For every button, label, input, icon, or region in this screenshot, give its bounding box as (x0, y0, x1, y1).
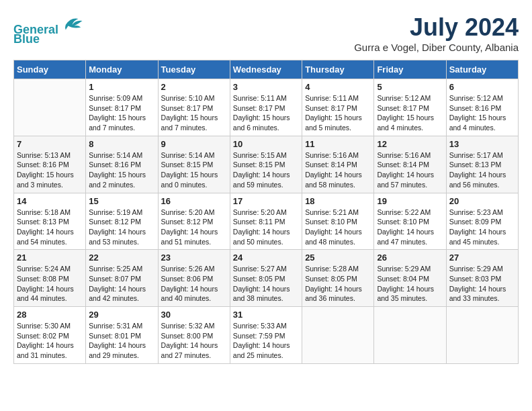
day-info: Sunrise: 5:23 AMSunset: 8:09 PMDaylight:… (449, 208, 515, 247)
day-info: Sunrise: 5:28 AMSunset: 8:05 PMDaylight:… (305, 264, 371, 304)
day-number: 13 (449, 139, 515, 149)
day-number: 22 (89, 253, 154, 263)
calendar-cell: 25Sunrise: 5:28 AMSunset: 8:05 PMDayligh… (302, 250, 374, 307)
day-number: 26 (377, 253, 443, 263)
calendar-cell: 18Sunrise: 5:21 AMSunset: 8:10 PMDayligh… (302, 193, 374, 250)
day-number: 17 (233, 196, 299, 206)
day-number: 15 (89, 196, 154, 206)
calendar-cell: 1Sunrise: 5:09 AMSunset: 8:17 PMDaylight… (86, 79, 158, 136)
calendar-cell: 17Sunrise: 5:20 AMSunset: 8:11 PMDayligh… (230, 193, 302, 250)
day-number: 9 (161, 139, 227, 149)
day-number: 2 (161, 82, 227, 92)
weekday-header-wednesday: Wednesday (230, 60, 302, 79)
week-row-1: 1Sunrise: 5:09 AMSunset: 8:17 PMDaylight… (14, 79, 519, 136)
calendar-cell: 14Sunrise: 5:18 AMSunset: 8:13 PMDayligh… (14, 193, 86, 250)
day-info: Sunrise: 5:29 AMSunset: 8:03 PMDaylight:… (449, 264, 515, 304)
day-number: 29 (89, 310, 154, 320)
day-number: 28 (17, 310, 83, 320)
weekday-header-saturday: Saturday (446, 60, 518, 79)
day-number: 25 (305, 253, 371, 263)
day-info: Sunrise: 5:14 AMSunset: 8:15 PMDaylight:… (161, 150, 227, 190)
calendar-cell (14, 79, 86, 136)
day-info: Sunrise: 5:31 AMSunset: 8:01 PMDaylight:… (89, 321, 154, 361)
day-number: 11 (305, 139, 371, 149)
month-year-title: July 2024 (354, 13, 519, 42)
day-number: 20 (449, 196, 515, 206)
day-info: Sunrise: 5:15 AMSunset: 8:15 PMDaylight:… (233, 150, 299, 190)
calendar-cell (374, 307, 446, 364)
day-number: 18 (305, 196, 371, 206)
calendar-cell: 7Sunrise: 5:13 AMSunset: 8:16 PMDaylight… (14, 136, 86, 193)
calendar-cell: 15Sunrise: 5:19 AMSunset: 8:12 PMDayligh… (86, 193, 158, 250)
calendar-cell: 28Sunrise: 5:30 AMSunset: 8:02 PMDayligh… (14, 307, 86, 364)
day-info: Sunrise: 5:12 AMSunset: 8:16 PMDaylight:… (449, 93, 515, 133)
weekday-header-tuesday: Tuesday (158, 60, 230, 79)
day-info: Sunrise: 5:10 AMSunset: 8:17 PMDaylight:… (161, 93, 227, 133)
day-info: Sunrise: 5:27 AMSunset: 8:05 PMDaylight:… (233, 264, 299, 304)
calendar-cell: 13Sunrise: 5:17 AMSunset: 8:13 PMDayligh… (446, 136, 518, 193)
calendar-cell: 8Sunrise: 5:14 AMSunset: 8:16 PMDaylight… (86, 136, 158, 193)
calendar-cell: 11Sunrise: 5:16 AMSunset: 8:14 PMDayligh… (302, 136, 374, 193)
calendar-table: SundayMondayTuesdayWednesdayThursdayFrid… (13, 60, 519, 364)
calendar-cell: 20Sunrise: 5:23 AMSunset: 8:09 PMDayligh… (446, 193, 518, 250)
page-header: General Blue July 2024 Gurra e Vogel, Di… (13, 13, 519, 53)
day-number: 10 (233, 139, 299, 149)
day-info: Sunrise: 5:24 AMSunset: 8:08 PMDaylight:… (17, 264, 83, 304)
day-number: 1 (89, 82, 154, 92)
day-info: Sunrise: 5:22 AMSunset: 8:10 PMDaylight:… (377, 208, 443, 247)
day-info: Sunrise: 5:26 AMSunset: 8:06 PMDaylight:… (161, 264, 227, 304)
weekday-header-thursday: Thursday (302, 60, 374, 79)
week-row-4: 21Sunrise: 5:24 AMSunset: 8:08 PMDayligh… (14, 250, 519, 307)
week-row-2: 7Sunrise: 5:13 AMSunset: 8:16 PMDaylight… (14, 136, 519, 193)
location-subtitle: Gurra e Vogel, Diber County, Albania (354, 42, 519, 53)
day-info: Sunrise: 5:13 AMSunset: 8:16 PMDaylight:… (17, 150, 83, 190)
day-number: 6 (449, 82, 515, 92)
calendar-cell: 12Sunrise: 5:16 AMSunset: 8:14 PMDayligh… (374, 136, 446, 193)
day-number: 31 (233, 310, 299, 320)
calendar-cell: 31Sunrise: 5:33 AMSunset: 7:59 PMDayligh… (230, 307, 302, 364)
day-info: Sunrise: 5:12 AMSunset: 8:17 PMDaylight:… (377, 93, 443, 133)
day-number: 23 (161, 253, 227, 263)
day-info: Sunrise: 5:11 AMSunset: 8:17 PMDaylight:… (233, 93, 299, 133)
day-number: 21 (17, 253, 83, 263)
day-number: 27 (449, 253, 515, 263)
calendar-cell: 29Sunrise: 5:31 AMSunset: 8:01 PMDayligh… (86, 307, 158, 364)
day-number: 24 (233, 253, 299, 263)
calendar-cell: 24Sunrise: 5:27 AMSunset: 8:05 PMDayligh… (230, 250, 302, 307)
day-number: 19 (377, 196, 443, 206)
day-info: Sunrise: 5:20 AMSunset: 8:11 PMDaylight:… (233, 208, 299, 247)
day-info: Sunrise: 5:18 AMSunset: 8:13 PMDaylight:… (17, 208, 83, 247)
weekday-header-monday: Monday (86, 60, 158, 79)
day-info: Sunrise: 5:17 AMSunset: 8:13 PMDaylight:… (449, 150, 515, 190)
day-info: Sunrise: 5:25 AMSunset: 8:07 PMDaylight:… (89, 264, 154, 304)
day-info: Sunrise: 5:20 AMSunset: 8:12 PMDaylight:… (161, 208, 227, 247)
calendar-cell: 9Sunrise: 5:14 AMSunset: 8:15 PMDaylight… (158, 136, 230, 193)
calendar-cell: 5Sunrise: 5:12 AMSunset: 8:17 PMDaylight… (374, 79, 446, 136)
calendar-cell: 30Sunrise: 5:32 AMSunset: 8:00 PMDayligh… (158, 307, 230, 364)
day-number: 14 (17, 196, 83, 206)
day-number: 16 (161, 196, 227, 206)
day-number: 12 (377, 139, 443, 149)
day-info: Sunrise: 5:16 AMSunset: 8:14 PMDaylight:… (305, 150, 371, 190)
calendar-cell: 6Sunrise: 5:12 AMSunset: 8:16 PMDaylight… (446, 79, 518, 136)
calendar-cell: 4Sunrise: 5:11 AMSunset: 8:17 PMDaylight… (302, 79, 374, 136)
week-row-5: 28Sunrise: 5:30 AMSunset: 8:02 PMDayligh… (14, 307, 519, 364)
day-info: Sunrise: 5:19 AMSunset: 8:12 PMDaylight:… (89, 208, 154, 247)
day-info: Sunrise: 5:30 AMSunset: 8:02 PMDaylight:… (17, 321, 83, 361)
calendar-cell (302, 307, 374, 364)
calendar-cell: 19Sunrise: 5:22 AMSunset: 8:10 PMDayligh… (374, 193, 446, 250)
day-info: Sunrise: 5:11 AMSunset: 8:17 PMDaylight:… (305, 93, 371, 133)
logo-bird-icon (63, 13, 83, 34)
logo: General Blue (13, 13, 83, 46)
week-row-3: 14Sunrise: 5:18 AMSunset: 8:13 PMDayligh… (14, 193, 519, 250)
calendar-cell: 21Sunrise: 5:24 AMSunset: 8:08 PMDayligh… (14, 250, 86, 307)
day-info: Sunrise: 5:29 AMSunset: 8:04 PMDaylight:… (377, 264, 443, 304)
calendar-cell: 10Sunrise: 5:15 AMSunset: 8:15 PMDayligh… (230, 136, 302, 193)
day-info: Sunrise: 5:21 AMSunset: 8:10 PMDaylight:… (305, 208, 371, 247)
weekday-header-row: SundayMondayTuesdayWednesdayThursdayFrid… (14, 60, 519, 79)
title-block: July 2024 Gurra e Vogel, Diber County, A… (354, 13, 519, 53)
day-number: 30 (161, 310, 227, 320)
calendar-cell: 16Sunrise: 5:20 AMSunset: 8:12 PMDayligh… (158, 193, 230, 250)
day-number: 3 (233, 82, 299, 92)
day-number: 7 (17, 139, 83, 149)
